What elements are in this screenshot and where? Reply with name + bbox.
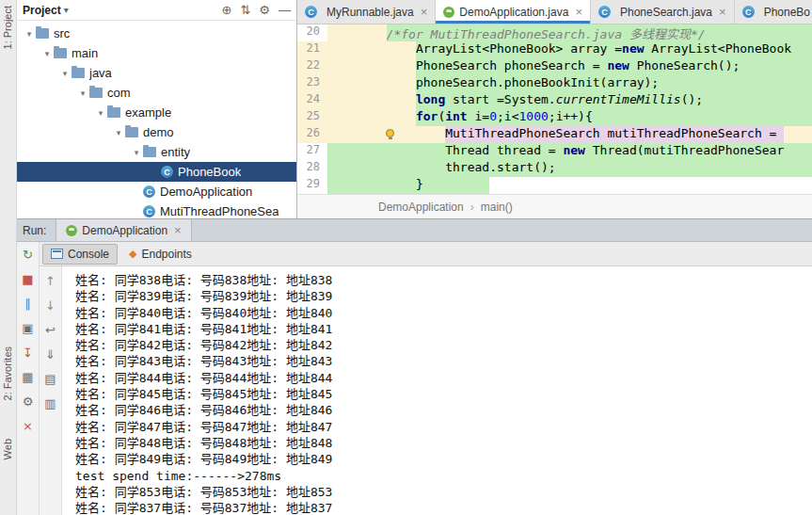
stripe-favorites-button[interactable]: 2: Favorites (2, 346, 13, 400)
close-icon[interactable]: × (719, 5, 726, 19)
close-icon[interactable]: × (575, 5, 582, 19)
editor-tab-label: PhoneBo (764, 6, 810, 19)
tree-item-label: PhoneBook (178, 165, 241, 179)
chevron-down-icon[interactable]: ▾ (94, 108, 107, 118)
selected-code-segment: ArrayList<PhoneBook> array =new ArrayLis… (416, 41, 812, 58)
tree-item-entity[interactable]: ▾entity (17, 142, 296, 162)
tree-item-java[interactable]: ▾java (17, 63, 296, 83)
code-token: 1000 (519, 109, 549, 123)
soft-wrap-icon[interactable]: ↩ (43, 323, 58, 338)
tree-item-demoapplication[interactable]: CDemoApplication (17, 182, 296, 201)
intention-bulb-icon[interactable] (386, 129, 394, 137)
code-token: Thread thread = (445, 143, 563, 157)
collapse-all-icon[interactable]: ⇅ (240, 3, 250, 17)
line-number: 23 (297, 75, 327, 92)
scroll-end-icon[interactable]: ⇓ (43, 347, 58, 362)
chevron-down-icon[interactable]: ▾ (58, 69, 72, 78)
console-line: 姓名: 同学853电话: 号码853地址: 地址853 (75, 484, 812, 500)
line-number: 24 (297, 92, 327, 109)
project-panel-title[interactable]: Project (23, 4, 61, 17)
line-number: 20 (297, 24, 327, 41)
editor-tab-label: DemoApplication.java (459, 6, 568, 19)
stripe-project-button[interactable]: 1: Project (2, 6, 13, 49)
code-token: } (416, 177, 423, 191)
indent (327, 75, 416, 92)
console-line: 姓名: 同学844电话: 号码844地址: 地址844 (75, 370, 812, 386)
run-config-tab[interactable]: DemoApplication × (56, 219, 191, 241)
run-tab-endpoints[interactable]: ◆Endpoints (120, 244, 200, 265)
down-stack-icon[interactable]: ↓ (43, 298, 58, 314)
stop-icon[interactable]: ■ (21, 272, 36, 287)
code-token: start =System. (445, 92, 555, 106)
run-config-label: DemoApplication (82, 224, 167, 237)
code-area[interactable]: 20/*for MutiThreadPhoneSearch.java 多线程实现… (297, 24, 812, 194)
locate-icon[interactable]: ⊕ (222, 3, 232, 17)
editor-tab-phonebo[interactable]: CPhoneBo× (735, 0, 812, 24)
stripe-web-button[interactable]: Web (2, 439, 13, 459)
close-icon[interactable]: × (421, 5, 428, 19)
rerun-icon[interactable]: ↻ (21, 248, 36, 263)
code-token: long (416, 92, 445, 106)
ide-window: 1: Project 2: Favorites Web Project ▾ ⊕⇅… (0, 0, 812, 515)
chevron-down-icon[interactable]: ▾ (130, 148, 143, 157)
code-token: phoneSearch.phoneBookInit(array); (416, 75, 659, 89)
folder-icon (143, 147, 156, 157)
selected-code-segment: PhoneSearch phoneSearch = new PhoneSearc… (416, 58, 812, 75)
chevron-down-icon[interactable]: ▾ (23, 29, 36, 39)
code-text: PhoneSearch phoneSearch = new PhoneSearc… (327, 58, 812, 75)
close-icon[interactable]: × (174, 223, 182, 237)
close-icon[interactable]: × (21, 419, 36, 434)
editor-tab-phonesearch-java[interactable]: CPhoneSearch.java× (591, 0, 735, 24)
tree-item-phonebook[interactable]: CPhoneBook (17, 162, 296, 182)
selected-code-segment: } (327, 177, 489, 194)
console-line: 姓名: 同学848电话: 号码848地址: 地址848 (75, 435, 812, 451)
exit-icon[interactable]: ↧ (21, 346, 36, 361)
line-number: 28 (297, 160, 327, 177)
selected-code-segment: phoneSearch.phoneBookInit(array); (416, 75, 812, 92)
up-stack-icon[interactable]: ↑ (43, 274, 58, 289)
folder-icon (125, 127, 138, 137)
indent (327, 109, 416, 126)
thread-dump-icon[interactable]: ▣ (21, 321, 36, 336)
tree-item-src[interactable]: ▾src (17, 24, 296, 43)
tree-item-main[interactable]: ▾main (17, 43, 296, 63)
tree-item-example[interactable]: ▾example (17, 103, 296, 122)
tree-item-com[interactable]: ▾com (17, 83, 296, 103)
line-number: 22 (297, 58, 327, 75)
run-header: Run: DemoApplication × (17, 219, 812, 242)
pause-icon[interactable]: ‖ (21, 297, 36, 312)
code-token: Thread(mutiThreadPhoneSear (585, 143, 784, 157)
tree-item-demo[interactable]: ▾demo (17, 122, 296, 142)
editor-tab-demoapplication-java[interactable]: DemoApplication.java× (436, 0, 591, 24)
editor-tab-myrunnable-java[interactable]: CMyRunnable.java× (297, 0, 436, 24)
tree-item-label: com (107, 86, 131, 100)
breadcrumb-item[interactable]: main() (481, 201, 513, 214)
selected-code-segment: /*for MutiThreadPhoneSearch.java 多线程实现*/ (387, 24, 812, 41)
project-panel-header: Project ▾ ⊕⇅⚙― (17, 0, 296, 21)
run-tab-console[interactable]: Console (42, 244, 118, 265)
code-line: 20/*for MutiThreadPhoneSearch.java 多线程实现… (297, 24, 812, 41)
console-output[interactable]: 姓名: 同学838电话: 号码838地址: 地址838姓名: 同学839电话: … (62, 266, 812, 515)
restore-layout-icon[interactable]: ▦ (21, 370, 36, 385)
print-icon[interactable]: ▤ (43, 372, 58, 387)
code-token: thread.start(); (445, 160, 555, 174)
chevron-down-icon[interactable]: ▾ (64, 5, 69, 15)
chevron-down-icon[interactable]: ▾ (40, 49, 54, 58)
class-icon: C (161, 166, 173, 178)
breadcrumb-item[interactable]: DemoApplication (378, 201, 464, 214)
clear-icon[interactable]: ▥ (43, 396, 58, 411)
tree-item-label: src (54, 26, 70, 40)
tree-item-label: java (89, 66, 112, 80)
chevron-down-icon[interactable]: ▾ (112, 128, 125, 137)
hide-panel-icon[interactable]: ― (279, 3, 291, 17)
code-token: (); (681, 92, 703, 106)
code-line: 25for(int i=0;i<1000;i++){ (297, 109, 812, 126)
code-token: i= (468, 109, 489, 123)
class-icon: C (742, 6, 755, 18)
settings-icon[interactable]: ⚙ (259, 3, 270, 17)
tree-item-label: MutiThreadPhoneSea (160, 204, 279, 218)
chevron-down-icon[interactable]: ▾ (76, 89, 89, 98)
tree-item-mutithreadphonesea[interactable]: CMutiThreadPhoneSea (17, 201, 296, 218)
console-icon (51, 249, 63, 259)
settings-icon[interactable]: ⚙ (21, 394, 36, 410)
